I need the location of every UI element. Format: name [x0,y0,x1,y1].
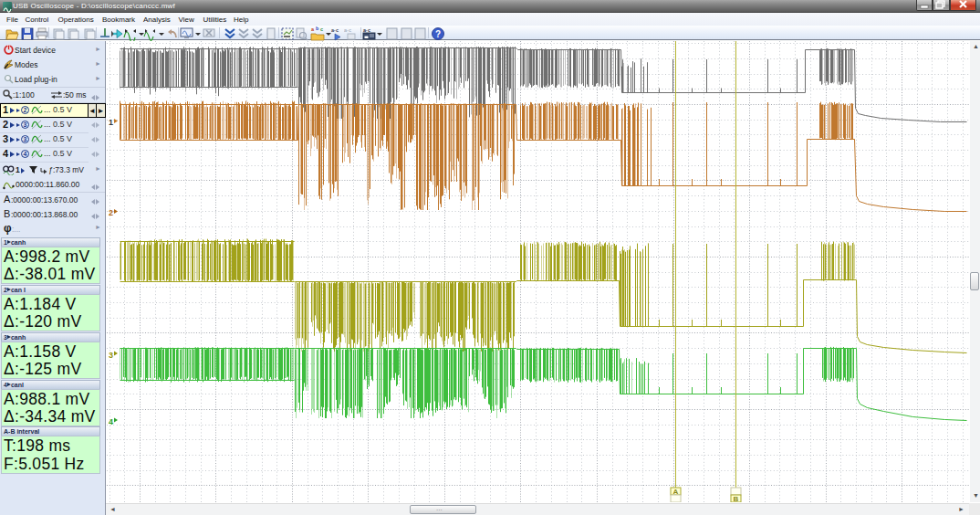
svg-text:a·c: a·c [363,27,370,33]
svg-text:a·c: a·c [331,27,339,33]
svg-text:c: c [320,26,323,32]
svg-text:3: 3 [109,351,113,360]
svg-text:a·c: a·c [344,27,351,33]
svg-text:b: b [316,26,319,31]
svg-text:?: ? [435,29,441,39]
svg-text:A: A [673,488,679,496]
svg-text:a: a [311,26,315,32]
svg-text:4: 4 [109,417,113,426]
svg-text:1: 1 [109,118,113,127]
svg-text:2: 2 [109,208,113,217]
svg-text:B: B [734,495,739,502]
